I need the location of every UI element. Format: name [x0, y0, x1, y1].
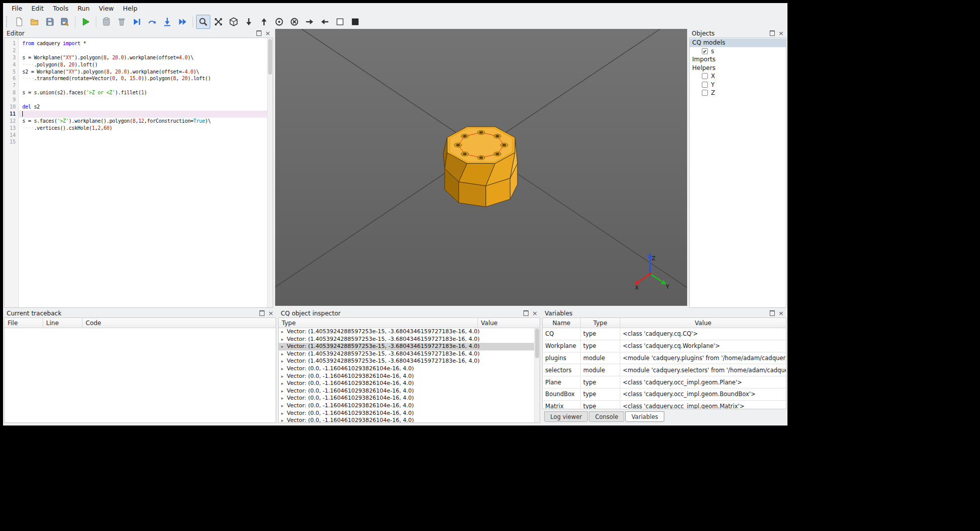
code-line-13[interactable]: ····.vertices().cskHole(1,2,60) — [19, 125, 273, 132]
fit-all-button[interactable] — [211, 15, 225, 29]
inspector-col-type[interactable]: Type — [279, 318, 478, 328]
expand-arrow-icon[interactable]: ▸ — [281, 343, 285, 350]
editor-code-area[interactable]: from cadquery import *s = Workplane("XY"… — [19, 38, 273, 307]
tree-item-x[interactable]: X — [690, 72, 786, 81]
variable-row-boundbox[interactable]: BoundBoxtype<class 'cadquery.occ_impl.ge… — [543, 388, 786, 401]
open-button[interactable] — [27, 15, 42, 29]
step-next-button[interactable] — [145, 15, 159, 29]
menu-view[interactable]: View — [94, 4, 119, 13]
inspector-row[interactable]: ▸Vector: (1.4053924288597253e-15, -3.680… — [279, 358, 540, 365]
tree-item-imports[interactable]: Imports — [690, 55, 786, 64]
zoom-fit-button[interactable] — [196, 15, 210, 29]
expand-arrow-icon[interactable]: ▸ — [281, 410, 285, 417]
variable-row-selectors[interactable]: selectorsmodule<module 'cadquery.selecto… — [543, 364, 786, 376]
code-line-5[interactable]: s2 = Workplane("XY").polygon(8, 20.0).wo… — [19, 68, 273, 76]
inspector-col-value[interactable]: Value — [478, 318, 540, 328]
viewport-3d[interactable]: X Y Z — [275, 29, 687, 306]
variable-row-plugins[interactable]: pluginsmodule<module 'cadquery.plugins' … — [543, 352, 786, 365]
objects-panel-titlebar[interactable]: Objects × — [689, 29, 786, 38]
inspector-row[interactable]: ▸Vector: (1.4053924288597253e-15, -3.680… — [279, 350, 540, 358]
inspector-row[interactable]: ▸Vector: (1.4053924288597253e-15, -3.680… — [279, 336, 540, 343]
menu-edit[interactable]: Edit — [27, 4, 48, 13]
menu-run[interactable]: Run — [73, 4, 94, 13]
front-view-button[interactable] — [272, 15, 286, 29]
expand-arrow-icon[interactable]: ▸ — [281, 402, 285, 410]
expand-arrow-icon[interactable]: ▸ — [281, 358, 285, 365]
variables-float-icon[interactable] — [770, 310, 775, 316]
tab-variables[interactable]: Variables — [625, 411, 664, 422]
left-view-button[interactable] — [318, 15, 332, 29]
viewport-canvas[interactable]: X Y Z — [275, 29, 687, 306]
traceback-col-code[interactable]: Code — [83, 318, 276, 328]
objects-close-icon[interactable]: × — [778, 31, 784, 36]
inspector-panel-titlebar[interactable]: CQ object inspector × — [278, 309, 540, 317]
code-line-1[interactable]: from cadquery import * — [19, 40, 273, 47]
inspector-row[interactable]: ▸Vector: (0.0, -1.1604610293826104e-16, … — [279, 402, 540, 410]
expand-arrow-icon[interactable]: ▸ — [281, 387, 285, 395]
inspector-scroll-thumb[interactable] — [535, 329, 539, 358]
inspector-row[interactable]: ▸Vector: (1.4053924288597253e-15, -3.680… — [279, 328, 540, 336]
code-line-8[interactable]: s = s.union(s2).faces('>Z or <Z').fillet… — [19, 89, 273, 96]
right-view-button[interactable] — [303, 15, 317, 29]
inspector-row[interactable]: ▸Vector: (1.4053924288597253e-15, -3.680… — [279, 343, 540, 350]
checkbox-y[interactable] — [702, 82, 708, 88]
code-line-11[interactable] — [19, 111, 273, 118]
code-line-6[interactable]: ····.transformed(rotate=Vector(0, 0, 15.… — [19, 75, 273, 82]
traceback-float-icon[interactable] — [259, 310, 265, 316]
bottom-view-button[interactable] — [242, 15, 256, 29]
code-line-10[interactable]: del s2 — [19, 103, 273, 111]
expand-arrow-icon[interactable]: ▸ — [281, 380, 285, 387]
toolbar-handle[interactable] — [6, 16, 10, 27]
tree-item-y[interactable]: Y — [690, 81, 786, 89]
inspector-close-icon[interactable]: × — [532, 311, 538, 316]
traceback-col-file[interactable]: File — [5, 318, 43, 328]
menu-tools[interactable]: Tools — [48, 4, 73, 13]
debug-button[interactable] — [99, 15, 114, 29]
expand-arrow-icon[interactable]: ▸ — [281, 373, 285, 380]
inspector-row[interactable]: ▸Vector: (0.0, -1.1604610293826104e-16, … — [279, 395, 540, 402]
code-line-12[interactable]: s = s.faces('>Z').workplane().polygon(8,… — [19, 118, 273, 125]
editor-scroll-thumb[interactable] — [268, 39, 272, 75]
code-line-7[interactable] — [19, 82, 273, 89]
tab-console[interactable]: Console — [589, 411, 624, 422]
expand-arrow-icon[interactable]: ▸ — [281, 336, 285, 343]
save-as-button[interactable] — [58, 15, 72, 29]
tree-item-z[interactable]: Z — [690, 89, 786, 97]
variables-col-name[interactable]: Name — [543, 318, 581, 328]
code-line-4[interactable]: ····.polygon(8, 20).loft() — [19, 61, 273, 68]
menu-file[interactable]: File — [7, 4, 27, 13]
inspector-scrollbar[interactable] — [534, 328, 540, 422]
inspector-row[interactable]: ▸Vector: (0.0, -1.1604610293826104e-16, … — [279, 373, 540, 380]
expand-arrow-icon[interactable]: ▸ — [281, 350, 285, 358]
variable-row-plane[interactable]: Planetype<class 'cadquery.occ_impl.geom.… — [543, 376, 786, 388]
expand-arrow-icon[interactable]: ▸ — [281, 328, 285, 336]
code-line-3[interactable]: s = Workplane("XY").polygon(8, 20.0).wor… — [19, 54, 273, 61]
inspector-row[interactable]: ▸Vector: (0.0, -1.1604610293826104e-16, … — [279, 380, 540, 387]
editor-panel-titlebar[interactable]: Editor × — [4, 29, 273, 38]
new-file-button[interactable] — [12, 15, 26, 29]
traceback-panel-titlebar[interactable]: Current traceback × — [4, 309, 276, 317]
editor-close-icon[interactable]: × — [265, 31, 271, 36]
top-view-button[interactable] — [257, 15, 271, 29]
save-button[interactable] — [43, 15, 57, 29]
variables-panel-titlebar[interactable]: Variables × — [542, 309, 786, 317]
wireframe-button[interactable] — [333, 15, 347, 29]
variable-row-workplane[interactable]: Workplanetype<class 'cadquery.cq.Workpla… — [543, 340, 786, 352]
variable-row-matrix[interactable]: Matrixtype<class 'cadquery.occ_impl.geom… — [543, 401, 786, 409]
expand-arrow-icon[interactable]: ▸ — [281, 417, 285, 423]
tree-item-helpers[interactable]: Helpers — [690, 64, 786, 73]
step-into-button[interactable] — [160, 15, 174, 29]
continue-button[interactable] — [175, 15, 190, 29]
inspector-row[interactable]: ▸Vector: (0.0, -1.1604610293826104e-16, … — [279, 410, 540, 417]
checkbox-x[interactable] — [702, 73, 708, 79]
variables-col-type[interactable]: Type — [581, 318, 620, 328]
code-line-9[interactable] — [19, 96, 273, 103]
back-view-button[interactable] — [287, 15, 301, 29]
editor-scrollbar[interactable] — [267, 38, 273, 307]
objects-float-icon[interactable] — [770, 30, 775, 36]
inspector-row[interactable]: ▸Vector: (0.0, -1.1604610293826104e-16, … — [279, 365, 540, 373]
code-line-15[interactable] — [19, 138, 273, 146]
variable-row-cq[interactable]: CQtype<class 'cadquery.cq.CQ'> — [543, 328, 786, 340]
traceback-col-line[interactable]: Line — [43, 318, 83, 328]
checkbox-s[interactable]: ✔ — [702, 48, 708, 54]
